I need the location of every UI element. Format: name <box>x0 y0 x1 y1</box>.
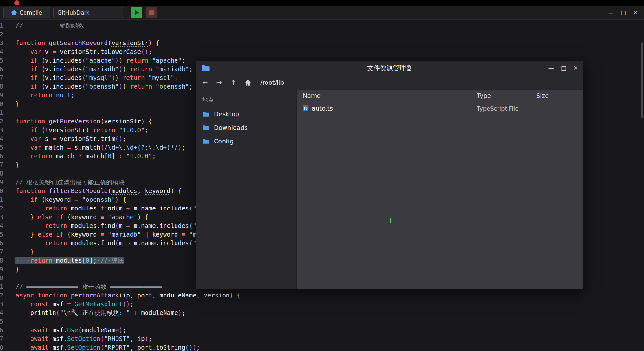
line-number: 7 <box>0 73 3 82</box>
file-list-pane: Name Type Size TSauto.tsTypeScript File <box>297 90 583 289</box>
code-line: 2 <box>0 30 644 39</box>
theme-select[interactable]: GitHubDark <box>53 7 123 18</box>
line-number: 3 <box>0 39 3 47</box>
code-text: } else if (keyword ≡ "mariadb" ‖ keyword… <box>15 230 226 239</box>
play-icon <box>135 10 139 15</box>
code-text: await msf.SetOption("RPORT", port.toStri… <box>15 343 200 351</box>
code-text: } <box>15 265 19 274</box>
code-text: var s = versionStr.trim(); <box>15 134 126 143</box>
line-number: 1 <box>0 108 3 117</box>
code-text: if (keyword ≡ "openssh") { <box>15 195 126 204</box>
line-number: 4 <box>0 308 3 317</box>
line-number: 6 <box>0 326 3 335</box>
code-text: if (v.includes("openssh")) return "opens… <box>15 82 193 91</box>
line-number: 3 <box>0 300 3 308</box>
sidebar-item-desktop[interactable]: Desktop <box>196 107 296 121</box>
code-text: if (v.includes("apache")) return "apache… <box>15 56 185 65</box>
places-list: DesktopDownloadsConfig <box>196 107 296 148</box>
code-text: if (v.includes("mysql")) return "mysql"; <box>15 73 178 82</box>
code-text: function getPureVersion(versionStr) { <box>15 117 152 126</box>
code-line: 4 var v = versionStr.toLowerCase(); <box>0 47 644 56</box>
folder-icon <box>202 125 210 131</box>
code-line: 5 <box>0 317 644 326</box>
code-text: // ══════════════ 攻击函数 ══════════════ <box>15 282 162 291</box>
place-label: Config <box>214 138 234 145</box>
folder-icon <box>202 65 210 72</box>
app-window-controls: — □ ✕ <box>608 10 640 15</box>
path-display[interactable]: /root/lib <box>260 79 284 86</box>
file-manager-sidebar: 地点 DesktopDownloadsConfig <box>196 90 297 289</box>
line-number: 8 <box>0 343 3 351</box>
code-text: var match = s.match(/\d+\.\d+(?:\.\d+)*/… <box>15 143 185 152</box>
minimize-button[interactable]: — <box>548 65 554 71</box>
line-number: 8 <box>0 169 3 178</box>
code-text: // 根据关键词过滤出最可能正确的模块 <box>15 178 125 187</box>
file-name: auto.ts <box>312 105 333 112</box>
line-number: 3 <box>0 126 3 134</box>
file-name-cell: TSauto.ts <box>297 105 471 112</box>
folder-icon <box>202 138 210 144</box>
code-text: await msf.Use(moduleName); <box>15 326 126 335</box>
code-line: 2async function performAttack(ip, port, … <box>0 291 644 300</box>
file-manager-window: 文件资源管理器 — □ ✕ ← → ↑ /root/lib 地点 Desktop… <box>196 61 583 289</box>
line-number: 0 <box>0 100 3 108</box>
column-headers: Name Type Size <box>297 90 583 102</box>
up-button[interactable]: ↑ <box>230 79 236 86</box>
file-row[interactable]: TSauto.tsTypeScript File <box>297 102 583 115</box>
code-text: } else if (keyword ≡ "apache") { <box>15 213 148 221</box>
code-text: await msf.SetOption("RHOST", ip); <box>15 335 152 343</box>
line-number: 2 <box>0 30 3 39</box>
top-strip <box>0 0 644 6</box>
line-number: 9 <box>0 178 3 187</box>
code-text: } <box>15 161 19 169</box>
place-label: Desktop <box>214 111 239 118</box>
line-number: 9 <box>0 265 3 274</box>
code-line: 8 await msf.SetOption("RPORT", port.toSt… <box>0 343 644 351</box>
home-icon[interactable] <box>245 79 251 86</box>
line-number: 4 <box>0 221 3 230</box>
code-line: 6 await msf.Use(moduleName); <box>0 326 644 335</box>
column-type[interactable]: Type <box>471 92 530 99</box>
code-text: var v = versionStr.toLowerCase(); <box>15 47 152 56</box>
code-text: println("\n🔧 正在使用模块: " + moduleName); <box>15 308 186 317</box>
close-button[interactable]: ✕ <box>633 10 638 15</box>
line-number: 9 <box>0 91 3 100</box>
code-text: return match ? match[0] : "1.0.0"; <box>15 152 156 161</box>
line-number: 0 <box>0 274 3 282</box>
file-manager-body: 地点 DesktopDownloadsConfig Name Type Size… <box>196 90 583 289</box>
place-label: Downloads <box>214 124 247 131</box>
maximize-button[interactable]: □ <box>621 10 626 15</box>
line-number: 5 <box>0 143 3 152</box>
maximize-button[interactable]: □ <box>561 65 566 71</box>
line-number: 7 <box>0 248 3 256</box>
column-name[interactable]: Name <box>297 92 471 99</box>
code-text: const msf = GetMetasploit(); <box>15 300 134 308</box>
file-manager-window-controls: — □ ✕ <box>548 65 578 71</box>
compile-button[interactable]: Compile <box>3 7 50 18</box>
line-number: 6 <box>0 239 3 248</box>
line-number: 5 <box>0 230 3 239</box>
typescript-file-icon: TS <box>303 105 308 111</box>
text-caret <box>390 218 391 223</box>
file-rows: TSauto.tsTypeScript File <box>297 102 583 115</box>
line-number: 2 <box>0 204 3 213</box>
code-line: 7 await msf.SetOption("RHOST", ip); <box>0 335 644 343</box>
back-button[interactable]: ← <box>202 79 208 86</box>
sidebar-item-downloads[interactable]: Downloads <box>196 121 296 134</box>
minimize-button[interactable]: — <box>608 10 614 15</box>
code-text: return modules.find(m ⇒ m.name.includes(… <box>15 204 222 213</box>
editor-scrollbar[interactable] <box>641 42 643 118</box>
line-number: 8 <box>0 82 3 91</box>
stop-button[interactable] <box>146 7 157 18</box>
compile-label: Compile <box>20 9 42 16</box>
run-button[interactable] <box>131 7 142 18</box>
file-manager-titlebar[interactable]: 文件资源管理器 — □ ✕ <box>196 61 583 75</box>
forward-button[interactable]: → <box>216 79 222 86</box>
code-text: // ════════ 辅助函数 ════════ <box>15 21 117 30</box>
line-number: 6 <box>0 65 3 73</box>
column-size[interactable]: Size <box>530 92 583 99</box>
close-button[interactable]: ✕ <box>573 65 578 71</box>
sidebar-item-config[interactable]: Config <box>196 134 296 148</box>
code-text: ····return·modules[0];·//·兜底 <box>15 256 124 265</box>
line-number: 4 <box>0 134 3 143</box>
